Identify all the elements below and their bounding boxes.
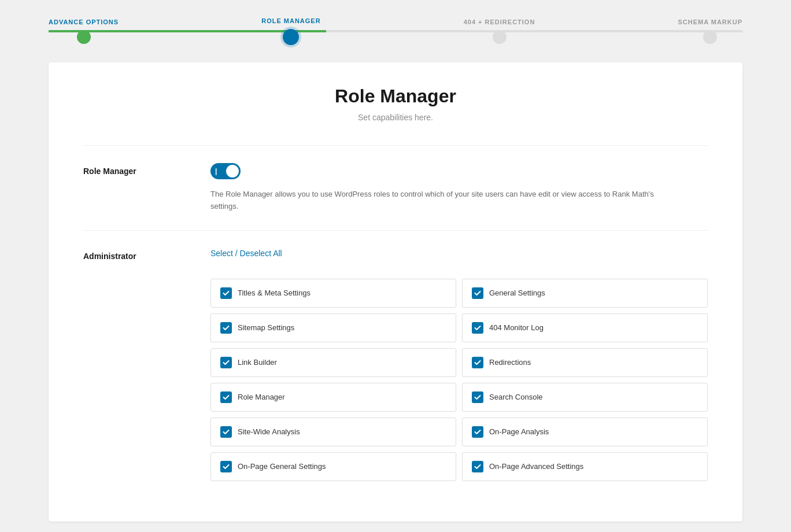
checkmark-icon [223, 359, 230, 366]
checkbox-box-redirections [472, 357, 483, 368]
checkbox-box-search-console [472, 391, 483, 403]
step-schema-circle [703, 30, 717, 44]
checkbox-item-search-console[interactable]: Search Console [462, 383, 708, 412]
checkbox-label-general-settings: General Settings [489, 289, 545, 297]
checkbox-label-on-page-general: On-Page General Settings [238, 462, 326, 471]
step-schema-markup[interactable]: Schema Markup [678, 19, 742, 44]
page-subtitle: Set capabilities here. [83, 113, 708, 122]
administrator-section: Administrator Select / Deselect All Titl… [83, 231, 708, 498]
step-role-manager-circle [283, 29, 299, 45]
step-404-redirection[interactable]: 404 + Redirection [464, 19, 535, 44]
checkmark-icon [474, 324, 481, 331]
checkbox-item-on-page-analysis[interactable]: On-Page Analysis [462, 418, 708, 446]
step-role-manager[interactable]: Role Manager [261, 17, 320, 45]
step-advance-options-label: Advance Options [49, 19, 119, 25]
administrator-content: Select / Deselect All Titles & Meta Sett… [210, 248, 708, 481]
role-manager-toggle[interactable]: | [210, 163, 241, 179]
main-card: Role Manager Set capabilities here. Role… [49, 62, 742, 522]
checkbox-box-role-manager [220, 391, 232, 403]
checkmark-icon [223, 463, 230, 470]
step-schema-label: Schema Markup [678, 19, 742, 25]
checkbox-box-titles-meta [220, 287, 232, 299]
checkmark-icon [223, 394, 230, 401]
page-title: Role Manager [83, 86, 708, 107]
checkmark-icon [223, 428, 230, 435]
checkbox-grid: Titles & Meta Settings General Settings … [210, 279, 708, 481]
checkbox-label-sitemap-settings: Sitemap Settings [238, 323, 294, 332]
checkbox-label-site-wide-analysis: Site-Wide Analysis [238, 427, 300, 436]
checkbox-item-on-page-advanced[interactable]: On-Page Advanced Settings [462, 452, 708, 481]
checkbox-item-link-builder[interactable]: Link Builder [210, 348, 456, 377]
checkbox-label-404-monitor-log: 404 Monitor Log [489, 323, 544, 332]
step-404-circle [493, 30, 507, 44]
toggle-slider: | [210, 163, 241, 179]
toggle-description: The Role Manager allows you to use WordP… [210, 189, 673, 213]
toggle-icon: | [215, 167, 217, 175]
step-advance-options[interactable]: Advance Options [49, 19, 119, 44]
stepper: Advance Options Role Manager 404 + Redir… [49, 17, 742, 45]
checkmark-icon [474, 463, 481, 470]
checkbox-box-site-wide-analysis [220, 426, 232, 438]
select-deselect-all-link[interactable]: Select / Deselect All [210, 249, 282, 258]
step-role-manager-label: Role Manager [261, 17, 320, 24]
checkbox-label-role-manager: Role Manager [238, 393, 285, 401]
checkmark-icon [474, 290, 481, 297]
checkmark-icon [223, 324, 230, 331]
checkbox-item-404-monitor-log[interactable]: 404 Monitor Log [462, 313, 708, 342]
step-404-label: 404 + Redirection [464, 19, 535, 25]
checkbox-item-redirections[interactable]: Redirections [462, 348, 708, 377]
checkbox-box-404-monitor-log [472, 322, 483, 334]
checkbox-box-on-page-advanced [472, 461, 483, 472]
checkbox-item-titles-meta[interactable]: Titles & Meta Settings [210, 279, 456, 308]
checkbox-item-site-wide-analysis[interactable]: Site-Wide Analysis [210, 418, 456, 446]
stepper-container: Advance Options Role Manager 404 + Redir… [0, 0, 791, 57]
stepper-track [49, 30, 742, 32]
checkmark-icon [474, 428, 481, 435]
checkbox-label-on-page-advanced: On-Page Advanced Settings [489, 462, 583, 471]
checkbox-label-titles-meta: Titles & Meta Settings [238, 289, 311, 297]
checkmark-icon [223, 290, 230, 297]
checkbox-item-on-page-general[interactable]: On-Page General Settings [210, 452, 456, 481]
checkbox-label-on-page-analysis: On-Page Analysis [489, 427, 549, 436]
checkbox-item-sitemap-settings[interactable]: Sitemap Settings [210, 313, 456, 342]
checkbox-box-on-page-analysis [472, 426, 483, 438]
checkbox-item-general-settings[interactable]: General Settings [462, 279, 708, 308]
checkmark-icon [474, 394, 481, 401]
checkbox-box-on-page-general [220, 461, 232, 472]
checkbox-box-link-builder [220, 357, 232, 368]
step-advance-options-circle [77, 30, 91, 44]
checkbox-label-link-builder: Link Builder [238, 358, 277, 367]
role-manager-section-content: | The Role Manager allows you to use Wor… [210, 163, 708, 213]
administrator-label: Administrator [83, 248, 210, 261]
checkbox-label-redirections: Redirections [489, 358, 531, 367]
checkbox-box-sitemap-settings [220, 322, 232, 334]
checkbox-label-search-console: Search Console [489, 393, 543, 401]
checkbox-item-role-manager[interactable]: Role Manager [210, 383, 456, 412]
checkmark-icon [474, 359, 481, 366]
checkbox-box-general-settings [472, 287, 483, 299]
role-manager-section: Role Manager | The Role Manager allows y… [83, 146, 708, 230]
role-manager-section-label: Role Manager [83, 163, 210, 176]
